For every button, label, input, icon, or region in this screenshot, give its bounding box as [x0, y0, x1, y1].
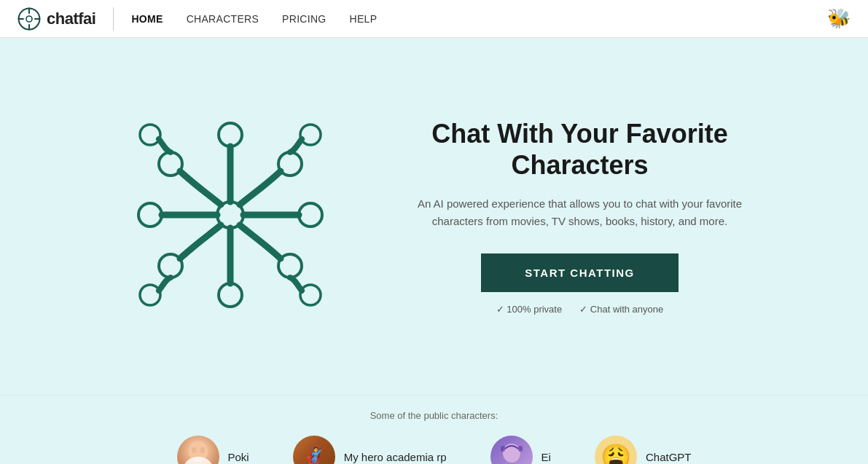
chatgpt-avatar-emoji: 😩 [601, 442, 631, 464]
svg-point-18 [300, 285, 321, 305]
hero-illustration [114, 84, 347, 349]
user-avatar-icon[interactable]: 🐝 [827, 7, 851, 29]
nav-home[interactable]: HOME [131, 13, 163, 25]
poki-name: Poki [228, 451, 249, 463]
logo-text: chatfai [47, 9, 95, 28]
logo-area: chatfai [17, 7, 114, 31]
character-mha[interactable]: 🦸 My hero academia rp [293, 436, 447, 464]
characters-label: Some of the public characters: [29, 410, 839, 421]
svg-rect-25 [518, 446, 523, 452]
characters-section: Some of the public characters: Poki 🦸 My… [0, 395, 868, 464]
mha-avatar-emoji: 🦸 [301, 445, 327, 465]
hero-section: Chat With Your Favorite Characters An AI… [0, 38, 868, 395]
navbar: chatfai HOME CHARACTERS PRICING HELP 🐝 [0, 0, 868, 38]
hero-content: Chat With Your Favorite Characters An AI… [405, 118, 755, 315]
svg-point-20 [184, 457, 213, 464]
svg-point-21 [192, 447, 196, 453]
svg-point-8 [219, 283, 242, 307]
svg-rect-24 [501, 446, 505, 452]
ei-name: Ei [541, 451, 551, 463]
ei-avatar-image [490, 436, 533, 464]
character-chatgpt[interactable]: 😩 ChatGPT [595, 436, 692, 464]
private-badge: ✓ 100% private [496, 304, 563, 315]
svg-point-1 [26, 16, 32, 22]
svg-point-15 [140, 125, 160, 145]
characters-row: Poki 🦸 My hero academia rp Ei [29, 436, 839, 464]
svg-point-22 [200, 447, 205, 453]
svg-point-7 [219, 123, 242, 146]
svg-point-17 [140, 285, 160, 305]
svg-point-12 [299, 203, 322, 227]
nav-links: HOME CHARACTERS PRICING HELP [131, 13, 827, 25]
nav-pricing[interactable]: PRICING [282, 13, 326, 25]
character-ei[interactable]: Ei [490, 436, 551, 464]
brain-network-icon [114, 84, 347, 346]
hero-subtitle: An AI powered experience that allows you… [405, 195, 755, 230]
character-poki[interactable]: Poki [177, 436, 249, 464]
avatar-chatgpt: 😩 [595, 436, 637, 464]
nav-characters[interactable]: CHARACTERS [187, 13, 259, 25]
poki-avatar-image [177, 436, 219, 464]
avatar-poki [177, 436, 219, 464]
nav-help[interactable]: HELP [350, 13, 378, 25]
start-chatting-button[interactable]: START CHATTING [481, 253, 678, 292]
hero-title: Chat With Your Favorite Characters [405, 118, 755, 181]
chatgpt-name: ChatGPT [646, 451, 692, 463]
hero-badges: ✓ 100% private ✓ Chat with anyone [405, 304, 755, 315]
avatar-ei [490, 436, 533, 464]
user-profile-area[interactable]: 🐝 [827, 7, 851, 30]
mha-name: My hero academia rp [344, 451, 447, 463]
logo-icon [17, 7, 41, 31]
svg-point-16 [300, 125, 321, 145]
chat-anyone-badge: ✓ Chat with anyone [579, 304, 663, 315]
avatar-mha: 🦸 [293, 436, 335, 464]
svg-point-11 [138, 203, 162, 227]
